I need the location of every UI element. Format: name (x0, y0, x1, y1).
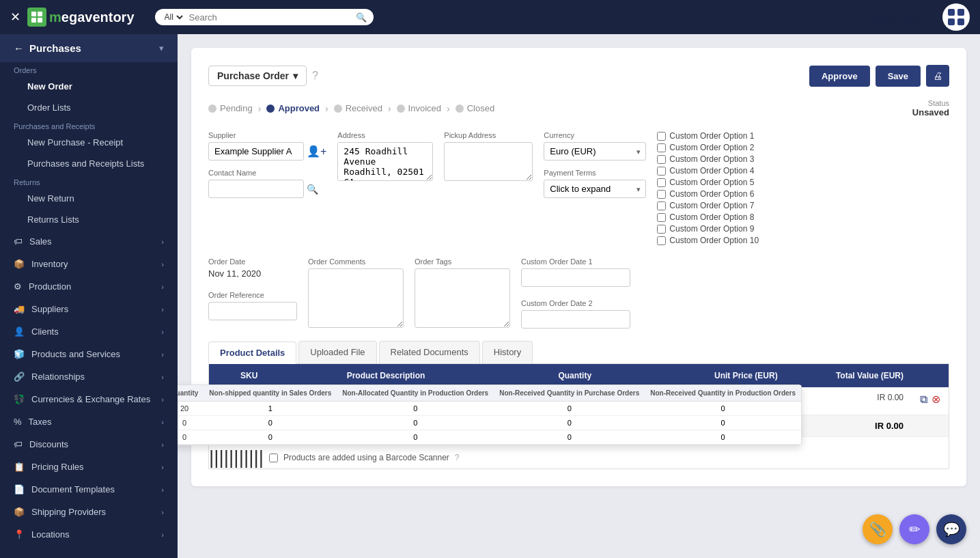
orders-section-label: Orders (0, 62, 178, 76)
custom-option-10: Custom Order Option 10 (657, 236, 773, 245)
inv-purchase-store: 0 (494, 416, 645, 430)
custom-date-1-input[interactable] (521, 268, 630, 287)
col-quantity: Quantity (550, 364, 667, 387)
col-total-value: Total Value (EUR) (786, 364, 912, 387)
search-input[interactable] (189, 12, 352, 23)
custom-date-2-input[interactable] (521, 310, 630, 329)
barcode-help-icon[interactable]: ? (455, 453, 460, 462)
chevron-right-icon: › (161, 238, 164, 246)
tab-uploaded-file[interactable]: Uploaded File (298, 341, 376, 363)
custom-option-2-checkbox[interactable] (657, 143, 666, 152)
supplier-input[interactable] (208, 142, 304, 161)
svg-rect-4 (948, 9, 955, 16)
supplier-row: 👤+ (208, 142, 326, 161)
tab-related-documents[interactable]: Related Documents (379, 341, 480, 363)
order-comments-textarea[interactable] (308, 268, 404, 328)
custom-option-4-checkbox[interactable] (657, 167, 666, 176)
search-contact-button[interactable]: 🔍 (307, 184, 318, 195)
custom-option-10-checkbox[interactable] (657, 236, 666, 245)
back-arrow-icon: ← (14, 42, 24, 54)
status-value: Unsaved (912, 107, 949, 117)
inv-row-store: Store 0 0 0 0 0 0 (178, 416, 801, 430)
col-num (209, 364, 232, 387)
sidebar-item-production[interactable]: ⚙ Production › (0, 275, 178, 298)
sidebar-item-purchases-list[interactable]: Purchases and Receipts Lists (0, 153, 178, 174)
order-type-dropdown[interactable]: Purchase Order ▾ (208, 66, 307, 86)
add-supplier-button[interactable]: 👤+ (307, 145, 326, 158)
topbar: ✕ megaventory All 🔍 megaventory (0, 0, 980, 34)
inv-prod-recv-store: 0 (645, 416, 801, 430)
payment-terms-select[interactable]: Click to expand (544, 180, 646, 198)
chevron-down-icon: ▾ (293, 70, 298, 81)
svg-rect-2 (31, 18, 36, 23)
fab-chat-button[interactable]: 💬 (936, 514, 966, 544)
contact-name-label: Contact Name (208, 169, 326, 177)
sidebar-item-returns-lists[interactable]: Returns Lists (0, 209, 178, 230)
sidebar-item-products[interactable]: 🧊 Products and Services › (0, 343, 178, 365)
help-icon[interactable]: ? (312, 70, 318, 82)
order-reference-input[interactable] (208, 302, 297, 320)
fab-edit-button[interactable]: ✏ (899, 514, 929, 544)
custom-option-9-checkbox[interactable] (657, 225, 666, 234)
svg-rect-1 (38, 12, 42, 16)
inv-sales-store: 0 (204, 416, 337, 430)
custom-option-8-checkbox[interactable] (657, 213, 666, 222)
sidebar-item-new-purchase[interactable]: New Purchase - Receipt (0, 132, 178, 153)
product-table: SKU Product Description Quantity Unit Pr… (209, 364, 949, 437)
sidebar-item-inventory[interactable]: 📦 Inventory › (0, 253, 178, 275)
custom-option-6-checkbox[interactable] (657, 190, 666, 199)
sidebar-item-taxes[interactable]: % Taxes › (0, 410, 178, 433)
sidebar-item-new-return[interactable]: New Return (0, 188, 178, 209)
order-tags-textarea[interactable] (415, 268, 510, 328)
sidebar-item-discounts[interactable]: 🏷 Discounts › (0, 433, 178, 456)
top-right-logo-text: megaventory (859, 10, 934, 25)
fab-attach-button[interactable]: 📎 (863, 514, 893, 544)
row-actions-cell: ⧉ ⊗ (912, 387, 949, 415)
status-step-invoiced: Invoiced (397, 103, 441, 113)
chevron-down-icon: ▾ (159, 43, 164, 53)
custom-option-1-checkbox[interactable] (657, 132, 666, 141)
status-bar: Pending › Approved › Received › Invoiced… (208, 99, 949, 117)
sidebar-item-order-lists[interactable]: Order Lists (0, 97, 178, 118)
sidebar-item-relationships[interactable]: 🔗 Relationships › (0, 365, 178, 388)
sidebar-item-suppliers[interactable]: 🚚 Suppliers › (0, 298, 178, 320)
doc-templates-icon: 📄 (14, 484, 25, 494)
status-step-approved: Approved (266, 103, 320, 113)
address-textarea[interactable]: 245 Roadhill Avenue Roadhill, 02501 CA (337, 142, 433, 181)
status-right: Status Unsaved (912, 99, 949, 117)
close-icon[interactable]: ✕ (10, 10, 20, 25)
currency-select[interactable]: Euro (EUR) (544, 142, 646, 161)
sidebar-item-doc-templates[interactable]: 📄 Document Templates › (0, 478, 178, 501)
sidebar-item-currencies[interactable]: 💱 Currencies & Exchange Rates › (0, 388, 178, 410)
sidebar-purchases-header[interactable]: ← Purchases ▾ (0, 34, 178, 62)
custom-option-7-checkbox[interactable] (657, 201, 666, 210)
discounts-icon: 🏷 (14, 439, 23, 449)
order-comments-label: Order Comments (308, 257, 404, 266)
barcode-checkbox[interactable] (269, 454, 278, 462)
tab-history[interactable]: History (482, 341, 533, 363)
tab-product-details[interactable]: Product Details (208, 341, 296, 364)
sidebar-item-sales[interactable]: 🏷 Sales › (0, 230, 178, 253)
print-button[interactable]: 🖨 (926, 65, 949, 87)
sidebar-item-new-order[interactable]: New Order (0, 76, 178, 97)
search-type-dropdown[interactable]: All (162, 12, 185, 23)
custom-option-5-checkbox[interactable] (657, 178, 666, 187)
chevron-right-icon: › (161, 531, 164, 539)
custom-option-2: Custom Order Option 2 (657, 143, 773, 152)
contact-name-row: 🔍 (208, 180, 326, 198)
copy-row-button[interactable]: ⧉ (920, 393, 927, 406)
sidebar-item-pricing-rules[interactable]: 📋 Pricing Rules › (0, 456, 178, 478)
locations-icon: 📍 (14, 529, 25, 540)
sidebar-item-locations[interactable]: 📍 Locations › (0, 523, 178, 546)
barcode-section: ||||||||||| Products are added using a B… (209, 447, 949, 469)
sidebar-item-clients[interactable]: 👤 Clients › (0, 320, 178, 343)
svg-rect-6 (948, 18, 955, 25)
sidebar-item-shipping[interactable]: 📦 Shipping Providers › (0, 501, 178, 523)
delete-row-button[interactable]: ⊗ (932, 393, 940, 406)
contact-name-input[interactable] (208, 180, 304, 198)
pickup-address-textarea[interactable] (444, 142, 533, 181)
save-button[interactable]: Save (876, 66, 921, 87)
approve-button[interactable]: Approve (809, 66, 870, 87)
custom-option-3-checkbox[interactable] (657, 155, 666, 164)
barcode-icon: ||||||||||| (209, 447, 264, 469)
